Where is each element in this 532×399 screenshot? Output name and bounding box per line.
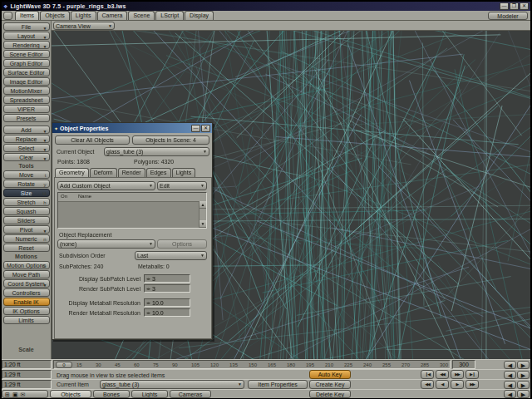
clear-all-objects-button[interactable]: Clear All Objects — [55, 135, 130, 145]
sidebar-item-squash[interactable]: Squash — [3, 207, 50, 215]
panel-tab-lights[interactable]: Lights — [172, 168, 196, 177]
sidebar-item-stretch[interactable]: Stretchh — [3, 198, 50, 206]
timeline-tick-label: 120 — [210, 362, 219, 367]
sidebar-item-file[interactable]: File▼ — [3, 22, 50, 31]
edit-dropdown[interactable]: Edit ▼ — [157, 181, 207, 190]
prev-keyframe-button[interactable]: ◀◀ — [436, 370, 449, 379]
render-subpatch-field[interactable]: ◂▸ 3 — [144, 284, 190, 293]
list-body[interactable] — [58, 201, 199, 228]
sidebar-item-size[interactable]: SizeH — [3, 189, 50, 197]
sidebar-item-rendering[interactable]: Rendering▼ — [3, 41, 50, 49]
sidebar-item-motion-options[interactable]: Motion Optionsm — [3, 261, 50, 269]
sidebar-item-spreadsheet[interactable]: Spreadsheet — [3, 96, 50, 104]
pane-scroll-left-button[interactable]: ◀ — [504, 390, 516, 398]
current-item-dropdown[interactable]: glass_tube (3) ▼ — [100, 380, 244, 389]
tab-items[interactable]: Items — [15, 11, 39, 20]
pane-scroll-right-button[interactable]: ▶ — [517, 381, 530, 389]
modeler-button[interactable]: Modeler — [488, 12, 528, 20]
panel-tab-edges[interactable]: Edges — [146, 168, 171, 177]
sidebar-item-coord-system[interactable]: Coord System▼ — [3, 279, 50, 288]
tab-display[interactable]: Display — [185, 11, 214, 20]
sidebar-item-select[interactable]: Select▼ — [3, 144, 50, 152]
create-key-button[interactable]: Create Key — [309, 380, 351, 389]
close-button[interactable]: ✕ — [520, 2, 529, 10]
item-type-objects-button[interactable]: Objects — [50, 390, 91, 398]
sidebar-item-sliders[interactable]: Sliders — [3, 216, 50, 224]
step-forward-button[interactable]: ▶▶ — [466, 380, 479, 389]
panel-titlebar[interactable]: ✦ Object Properties — ✕ — [52, 123, 212, 133]
pane-scroll-left-button[interactable]: ◀ — [504, 381, 516, 389]
subdivision-order-dropdown[interactable]: Last ▼ — [135, 251, 207, 260]
tab-lights[interactable]: Lights — [71, 11, 96, 20]
sidebar-item-ik-options[interactable]: IK Options — [3, 307, 50, 315]
display-subpatch-field[interactable]: ◂▸ 3 — [144, 274, 190, 283]
panel-tab-render[interactable]: Render — [118, 168, 145, 177]
item-type-bones-button[interactable]: Bones — [93, 390, 130, 398]
list-scrollbar[interactable]: ▲ ▼ — [199, 201, 206, 228]
scroll-up-icon[interactable]: ▲ — [200, 201, 206, 209]
timeline-slider[interactable]: 0 — [56, 362, 72, 368]
sidebar-item-graph-editor[interactable]: Graph Editor — [3, 59, 50, 67]
sidebar-item-viper[interactable]: VIPER — [3, 105, 50, 113]
goto-first-frame-button[interactable]: ❙◀ — [421, 370, 434, 379]
scroll-down-icon[interactable]: ▼ — [200, 220, 206, 228]
sidebar-item-limits[interactable]: Limits — [3, 316, 50, 324]
sidebar-item-layout[interactable]: Layout▼ — [3, 32, 50, 40]
last-frame-field[interactable]: 300 — [452, 360, 475, 369]
sidebar-item-reset[interactable]: Reset — [3, 244, 50, 252]
render-metaball-field[interactable]: ◂▸ 10.0 — [144, 308, 190, 317]
play-forward-button[interactable]: ▶ — [451, 380, 464, 389]
item-properties-button[interactable]: Item Properties — [248, 380, 308, 389]
auto-key-button[interactable]: Auto Key — [309, 370, 351, 379]
goto-last-frame-button[interactable]: ▶❙ — [466, 370, 479, 379]
pane-scroll-right-button[interactable]: ▶ — [517, 371, 530, 379]
pane-scroll-right-button[interactable]: ▶ — [517, 361, 530, 369]
sidebar-item-motionmixer[interactable]: MotionMixer — [3, 86, 50, 95]
sidebar-item-surface-editor[interactable]: Surface Editor — [3, 68, 50, 76]
play-reverse-button[interactable]: ◀ — [436, 380, 449, 389]
sidebar-item-controllers[interactable]: Controllers — [3, 288, 50, 297]
tab-camera[interactable]: Camera — [97, 11, 128, 20]
sidebar-item-rotate[interactable]: Rotatey — [3, 180, 50, 188]
sidebar-item-clear[interactable]: Clear▼ — [3, 153, 50, 161]
sidebar-item-add[interactable]: Add▼ — [3, 126, 50, 134]
current-object-dropdown[interactable]: glass_tube (3) ▼ — [104, 147, 209, 156]
display-metaball-field[interactable]: ◂▸ 10.0 — [144, 298, 190, 307]
menu-grip[interactable] — [3, 12, 12, 20]
start-icon[interactable]: ⊞ — [5, 391, 10, 398]
sidebar-item-image-editor[interactable]: Image Editor — [3, 77, 50, 86]
tab-scene[interactable]: Scene — [128, 11, 155, 20]
tab-objects[interactable]: Objects — [40, 11, 70, 20]
view-type-dropdown[interactable]: Camera View ▼ — [53, 22, 115, 30]
sidebar-item-presets[interactable]: Presets — [3, 114, 50, 122]
tab-lscript[interactable]: LScript — [155, 11, 184, 20]
minimize-button[interactable]: — — [500, 2, 509, 10]
pane-scroll-left-button[interactable]: ◀ — [504, 361, 516, 369]
sidebar-item-move-path[interactable]: Move Path — [3, 270, 50, 278]
next-keyframe-button[interactable]: ▶▶ — [451, 370, 464, 379]
add-custom-object-dropdown[interactable]: Add Custom Object ▼ — [57, 181, 155, 190]
sidebar-item-scene-editor[interactable]: Scene Editor — [3, 50, 50, 58]
window-icon[interactable]: ▣ — [12, 391, 18, 398]
item-type-lights-button[interactable]: Lights — [131, 390, 168, 398]
sidebar-item-numeric[interactable]: Numericn — [3, 234, 50, 243]
panel-tab-deform[interactable]: Deform — [90, 168, 117, 177]
timeline-ruler[interactable]: 0 01530456075901051201351501651801952102… — [53, 360, 451, 369]
sidebar-item-move[interactable]: Movet — [3, 170, 50, 179]
panel-minimize-button[interactable]: — — [191, 125, 200, 132]
pane-scroll-right-button[interactable]: ▶ — [517, 390, 530, 398]
panel-tab-geometry[interactable]: Geometry — [55, 168, 89, 177]
maximize-button[interactable]: ❒ — [510, 2, 519, 10]
scroll-track[interactable] — [200, 209, 206, 220]
step-back-button[interactable]: ◀◀ — [421, 380, 434, 389]
mail-icon[interactable]: ✉ — [21, 391, 26, 398]
sidebar-item-replace[interactable]: Replace▼ — [3, 135, 50, 143]
polygons-count: Polygons: 4320 — [134, 158, 174, 166]
panel-close-button[interactable]: ✕ — [201, 125, 210, 132]
pane-scroll-left-button[interactable]: ◀ — [504, 371, 516, 379]
sidebar-item-enable-ik[interactable]: Enable IK — [3, 298, 50, 306]
item-type-cameras-button[interactable]: Cameras — [170, 390, 211, 398]
object-replacement-dropdown[interactable]: (none) ▼ — [57, 239, 155, 249]
sidebar-item-pivot[interactable]: Pivot▼ — [3, 225, 50, 234]
delete-key-button[interactable]: Delete Key — [309, 390, 351, 398]
